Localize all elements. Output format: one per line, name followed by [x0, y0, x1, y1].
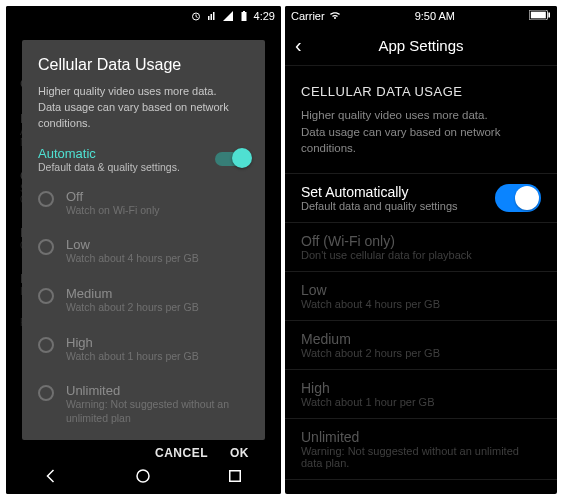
set-automatically-sub: Default data and quality settings: [301, 200, 458, 212]
option-unlimited[interactable]: Unlimited Warning: Not suggested without…: [285, 418, 557, 480]
modal-actions: CANCEL OK: [38, 440, 249, 460]
modal-description: Higher quality video uses more data. Dat…: [38, 84, 249, 132]
back-chevron-icon[interactable]: ‹: [295, 34, 302, 57]
option-low[interactable]: Low Watch about 4 hours per GB: [38, 231, 249, 280]
set-automatically-toggle[interactable]: [495, 184, 541, 212]
option-off-wifi[interactable]: Off (Wi-Fi only) Don't use cellular data…: [285, 222, 557, 271]
nav-recent-icon[interactable]: [226, 467, 244, 485]
android-nav-bar: [6, 458, 281, 494]
automatic-sub: Default data & quality settings.: [38, 161, 180, 173]
page-title: App Settings: [378, 37, 463, 54]
option-high[interactable]: High Watch about 1 hours per GB: [38, 329, 249, 378]
ios-clock: 9:50 AM: [415, 10, 455, 22]
section-description: Higher quality video uses more data. Dat…: [285, 107, 557, 173]
battery-icon: [238, 10, 250, 22]
option-unlimited[interactable]: Unlimited Warning: Not suggested without…: [38, 377, 249, 439]
android-status-bar: 4:29: [6, 6, 281, 26]
network-icon: [206, 10, 218, 22]
wifi-icon: [329, 10, 341, 22]
svg-point-3: [137, 470, 149, 482]
svg-rect-2: [243, 11, 245, 12]
options-list: Off Watch on Wi-Fi only Low Watch about …: [38, 183, 249, 440]
radio-icon: [38, 239, 54, 255]
svg-rect-6: [531, 12, 546, 19]
carrier-label: Carrier: [291, 10, 325, 22]
option-medium[interactable]: Medium Watch about 2 hours per GB: [38, 280, 249, 329]
battery-icon: [529, 10, 551, 22]
radio-icon: [38, 385, 54, 401]
alarm-icon: [190, 10, 202, 22]
option-off[interactable]: Off Watch on Wi-Fi only: [38, 183, 249, 232]
nav-back-icon[interactable]: [43, 467, 61, 485]
automatic-row[interactable]: Automatic Default data & quality setting…: [38, 146, 249, 173]
set-automatically-label: Set Automatically: [301, 184, 458, 200]
radio-icon: [38, 288, 54, 304]
svg-rect-4: [230, 471, 241, 482]
svg-rect-7: [548, 13, 550, 18]
android-phone: 4:29 ← NETFLIX C NAN QSC BC EIf Player T…: [6, 6, 281, 494]
modal-title: Cellular Data Usage: [38, 56, 249, 74]
set-automatically-row[interactable]: Set Automatically Default data and quali…: [285, 173, 557, 222]
ios-phone: Carrier 9:50 AM ‹ App Settings CELLULAR …: [285, 6, 557, 494]
option-high[interactable]: High Watch about 1 hour per GB: [285, 369, 557, 418]
automatic-label: Automatic: [38, 146, 180, 161]
ios-nav-header: ‹ App Settings: [285, 26, 557, 66]
automatic-toggle[interactable]: [215, 152, 249, 166]
section-header: CELLULAR DATA USAGE: [285, 66, 557, 107]
option-medium[interactable]: Medium Watch about 2 hours per GB: [285, 320, 557, 369]
signal-icon: [222, 10, 234, 22]
ios-status-bar: Carrier 9:50 AM: [285, 6, 557, 26]
android-clock: 4:29: [254, 10, 275, 22]
radio-icon: [38, 191, 54, 207]
svg-rect-1: [241, 12, 246, 21]
cellular-data-usage-modal: Cellular Data Usage Higher quality video…: [22, 40, 265, 440]
radio-icon: [38, 337, 54, 353]
option-low[interactable]: Low Watch about 4 hours per GB: [285, 271, 557, 320]
nav-home-icon[interactable]: [134, 467, 152, 485]
